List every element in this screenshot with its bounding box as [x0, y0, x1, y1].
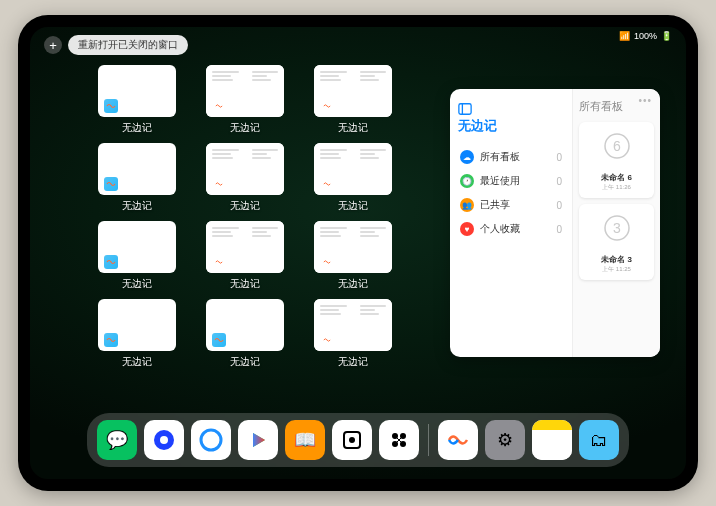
panel-left: 无边记 ☁所有看板0🕐最近使用0👥已共享0♥个人收藏0: [450, 89, 572, 357]
svg-rect-0: [459, 104, 471, 115]
freeform-icon: [320, 99, 334, 113]
card-subtitle: 上午 11:26: [585, 183, 648, 192]
window-thumb[interactable]: 无边记: [92, 221, 182, 291]
svg-text:3: 3: [613, 220, 621, 236]
more-icon[interactable]: •••: [638, 95, 652, 106]
wifi-icon: 📶: [619, 31, 630, 41]
window-thumb[interactable]: 无边记: [200, 299, 290, 369]
freeform-icon: [212, 99, 226, 113]
add-button[interactable]: +: [44, 36, 62, 54]
row-icon: ☁: [460, 150, 474, 164]
row-icon: ♥: [460, 222, 474, 236]
window-thumb[interactable]: 无边记: [308, 143, 398, 213]
window-thumb[interactable]: 无边记: [92, 299, 182, 369]
row-icon: 🕐: [460, 174, 474, 188]
thumb-label: 无边记: [122, 355, 152, 369]
side-panel: ••• 无边记 ☁所有看板0🕐最近使用0👥已共享0♥个人收藏0 所有看板 6未命…: [450, 89, 660, 357]
thumb-label: 无边记: [338, 199, 368, 213]
row-label: 最近使用: [480, 174, 520, 188]
row-label: 已共享: [480, 198, 510, 212]
window-thumb[interactable]: 无边记: [200, 221, 290, 291]
sidebar-icon: [458, 102, 472, 116]
card-subtitle: 上午 11:25: [585, 265, 648, 274]
reopen-window-button[interactable]: 重新打开已关闭的窗口: [68, 35, 188, 55]
thumb-label: 无边记: [230, 355, 260, 369]
window-thumb[interactable]: 无边记: [92, 65, 182, 135]
dock-app-books[interactable]: 📖: [285, 420, 325, 460]
window-thumb[interactable]: 无边记: [200, 65, 290, 135]
window-grid: 无边记无边记无边记无边记无边记无边记无边记无边记无边记无边记无边记无边记: [92, 65, 398, 369]
dock-divider: [428, 424, 429, 456]
row-count: 0: [556, 200, 562, 211]
row-label: 个人收藏: [480, 222, 520, 236]
thumb-label: 无边记: [122, 199, 152, 213]
sidebar-item[interactable]: 🕐最近使用0: [458, 169, 564, 193]
sidebar-item[interactable]: ♥个人收藏0: [458, 217, 564, 241]
dock-app-folder[interactable]: 🗂: [579, 420, 619, 460]
dock-app-app6[interactable]: [332, 420, 372, 460]
row-icon: 👥: [460, 198, 474, 212]
board-card[interactable]: 6未命名 6上午 11:26: [579, 122, 654, 198]
status-bar: 📶 100% 🔋: [619, 31, 672, 41]
thumb-label: 无边记: [230, 199, 260, 213]
screen: 📶 100% 🔋 + 重新打开已关闭的窗口 无边记无边记无边记无边记无边记无边记…: [30, 27, 686, 479]
panel-right: 所有看板 6未命名 6上午 11:263未命名 3上午 11:25: [572, 89, 660, 357]
sketch-icon: 6: [599, 128, 635, 164]
top-bar: + 重新打开已关闭的窗口: [44, 35, 188, 55]
thumb-label: 无边记: [230, 277, 260, 291]
svg-point-7: [160, 436, 168, 444]
freeform-icon: [104, 177, 118, 191]
svg-point-8: [201, 430, 221, 450]
dock-app-wechat[interactable]: 💬: [97, 420, 137, 460]
freeform-icon: [104, 99, 118, 113]
card-title: 未命名 6: [585, 172, 648, 183]
thumb-label: 无边记: [122, 277, 152, 291]
dock-app-quark[interactable]: [144, 420, 184, 460]
row-count: 0: [556, 176, 562, 187]
row-label: 所有看板: [480, 150, 520, 164]
window-thumb[interactable]: 无边记: [308, 221, 398, 291]
sidebar-item[interactable]: 👥已共享0: [458, 193, 564, 217]
battery-icon: 🔋: [661, 31, 672, 41]
freeform-icon: [212, 333, 226, 347]
battery-label: 100%: [634, 31, 657, 41]
window-thumb[interactable]: 无边记: [92, 143, 182, 213]
panel-title: 无边记: [458, 117, 564, 135]
dock-app-freeform[interactable]: [438, 420, 478, 460]
thumb-label: 无边记: [338, 121, 368, 135]
dock-app-app7[interactable]: [379, 420, 419, 460]
dock: 💬📖⚙🗂: [87, 413, 629, 467]
window-thumb[interactable]: 无边记: [200, 143, 290, 213]
sidebar-item[interactable]: ☁所有看板0: [458, 145, 564, 169]
freeform-icon: [320, 255, 334, 269]
freeform-icon: [212, 177, 226, 191]
svg-point-10: [349, 437, 355, 443]
sketch-icon: 3: [599, 210, 635, 246]
freeform-icon: [320, 333, 334, 347]
thumb-label: 无边记: [338, 277, 368, 291]
window-thumb[interactable]: 无边记: [308, 299, 398, 369]
dock-app-settings[interactable]: ⚙: [485, 420, 525, 460]
dock-app-play[interactable]: [238, 420, 278, 460]
freeform-icon: [104, 255, 118, 269]
freeform-icon: [212, 255, 226, 269]
ipad-frame: 📶 100% 🔋 + 重新打开已关闭的窗口 无边记无边记无边记无边记无边记无边记…: [18, 15, 698, 491]
window-thumb[interactable]: 无边记: [308, 65, 398, 135]
card-title: 未命名 3: [585, 254, 648, 265]
thumb-label: 无边记: [338, 355, 368, 369]
thumb-label: 无边记: [122, 121, 152, 135]
row-count: 0: [556, 152, 562, 163]
thumb-label: 无边记: [230, 121, 260, 135]
freeform-icon: [320, 177, 334, 191]
row-count: 0: [556, 224, 562, 235]
dock-app-notes[interactable]: [532, 420, 572, 460]
freeform-icon: [104, 333, 118, 347]
svg-text:6: 6: [613, 138, 621, 154]
board-card[interactable]: 3未命名 3上午 11:25: [579, 204, 654, 280]
dock-app-qqbrowser[interactable]: [191, 420, 231, 460]
